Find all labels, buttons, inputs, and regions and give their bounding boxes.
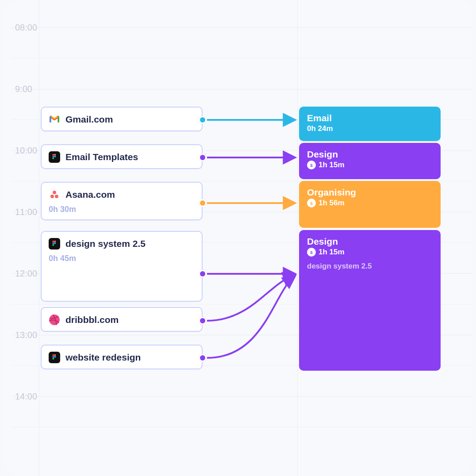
activity-duration: 0h 30m [49, 205, 195, 214]
calendar-frame: 08:00 9:00 10:00 11:00 12:00 13:00 14:00… [4, 0, 472, 476]
category-duration: 1h 15m [319, 161, 345, 169]
activity-card-design-system[interactable]: design system 2.5 0h 45m [41, 231, 203, 302]
activity-duration: 0h 45m [49, 254, 195, 263]
category-note: design system 2.5 [307, 262, 433, 271]
activity-title: Gmail.com [65, 114, 113, 125]
connector-dot[interactable] [199, 354, 207, 362]
activity-title: Asana.com [65, 189, 115, 200]
svg-point-4 [52, 157, 54, 159]
category-duration: 0h 24m [307, 124, 333, 133]
time-label: 08:00 [15, 23, 37, 33]
activity-card-templates[interactable]: Email Templates [41, 144, 203, 169]
time-label: 10:00 [15, 146, 37, 156]
category-duration: 1h 15m [319, 248, 345, 257]
figma-icon [49, 151, 60, 163]
time-label: 9:00 [15, 84, 32, 94]
time-label: 12:00 [15, 269, 37, 279]
activity-title: dribbbl.com [65, 315, 119, 325]
svg-point-17 [54, 356, 56, 358]
billable-icon: $ [307, 199, 316, 207]
svg-point-14 [52, 354, 54, 356]
activity-card-asana[interactable]: Asana.com 0h 30m [41, 182, 203, 220]
activity-card-dribbble[interactable]: dribbbl.com [41, 307, 203, 332]
gmail-icon [49, 114, 60, 125]
asana-icon [49, 189, 60, 200]
category-block-design[interactable]: Design $ 1h 15m [299, 143, 441, 179]
svg-point-16 [52, 356, 54, 358]
svg-point-8 [52, 241, 54, 242]
figma-icon [49, 352, 60, 363]
time-label: 14:00 [15, 392, 37, 402]
connector-dot[interactable] [199, 317, 207, 325]
category-block-organising[interactable]: Organising $ 1h 56m [299, 181, 441, 228]
connector-dot[interactable] [199, 154, 207, 161]
activity-title: Email Templates [65, 152, 138, 162]
category-block-design-large[interactable]: Design $ 1h 15m design system 2.5 [299, 230, 441, 371]
category-title: Email [307, 113, 433, 123]
svg-text:$: $ [310, 163, 313, 168]
svg-point-10 [52, 242, 54, 244]
connector-dot[interactable] [199, 116, 207, 124]
activity-card-website-redesign[interactable]: website redesign [41, 345, 203, 369]
svg-point-11 [54, 242, 56, 244]
svg-point-0 [52, 154, 54, 156]
billable-icon: $ [307, 161, 316, 169]
category-title: Organising [307, 187, 433, 198]
svg-point-2 [52, 156, 54, 157]
activity-card-gmail[interactable]: Gmail.com [41, 107, 203, 131]
category-title: Design [307, 149, 433, 160]
svg-point-6 [50, 195, 54, 198]
svg-point-7 [55, 195, 58, 198]
time-label: 11:00 [15, 207, 37, 217]
svg-point-15 [54, 354, 56, 356]
category-duration: 1h 56m [319, 199, 345, 207]
svg-point-9 [54, 241, 56, 242]
svg-text:$: $ [310, 250, 313, 255]
category-title: Design [307, 236, 433, 247]
activity-title: website redesign [65, 352, 141, 363]
connector-dot[interactable] [199, 199, 207, 207]
connector-dot[interactable] [199, 270, 207, 278]
dribbble-icon [49, 314, 60, 326]
svg-point-3 [54, 156, 56, 157]
svg-point-18 [52, 358, 54, 360]
activity-title: design system 2.5 [65, 238, 146, 249]
category-block-email[interactable]: Email 0h 24m [299, 107, 441, 141]
svg-text:$: $ [310, 201, 313, 206]
time-label: 13:00 [15, 330, 37, 340]
svg-point-5 [53, 191, 56, 194]
svg-point-12 [52, 244, 54, 246]
figma-icon [49, 238, 60, 250]
svg-point-1 [54, 154, 56, 156]
billable-icon: $ [307, 248, 316, 257]
